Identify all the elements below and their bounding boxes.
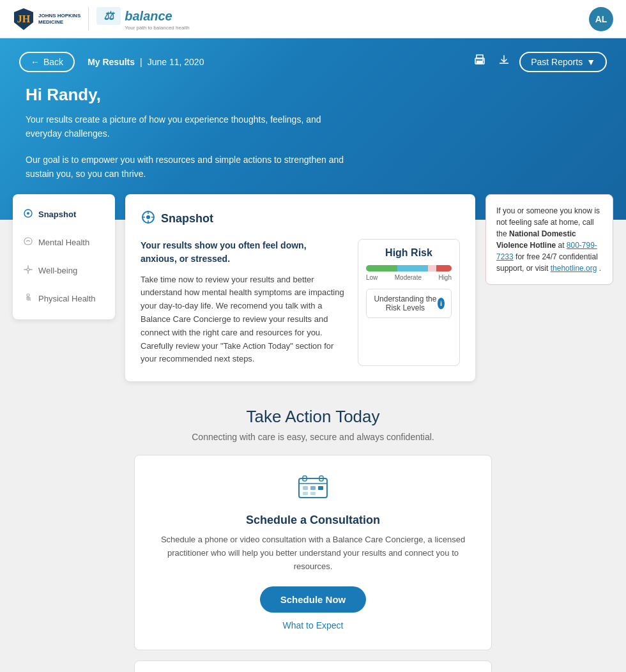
svg-point-9 xyxy=(27,212,29,215)
risk-bar-low xyxy=(366,265,397,271)
physical-health-icon xyxy=(23,293,33,305)
jh-shield-icon: JH xyxy=(13,7,34,31)
risk-label-low: Low xyxy=(366,274,378,281)
sidebar-item-well-being[interactable]: Well-being xyxy=(13,257,115,285)
back-arrow-icon: ← xyxy=(31,57,40,67)
balance-text: balance xyxy=(125,9,172,24)
snapshot-card-title: Snapshot xyxy=(161,212,213,225)
sidebar-item-mental-health[interactable]: Mental Health xyxy=(13,229,115,257)
alert-period: . xyxy=(599,264,601,273)
sidebar-physical-health-label: Physical Health xyxy=(38,294,96,303)
alert-box: If you or someone you know is not feelin… xyxy=(485,194,613,285)
sidebar-snapshot-label: Snapshot xyxy=(38,210,76,219)
mental-health-icon xyxy=(23,236,33,249)
greeting: Hi Randy, xyxy=(26,85,607,105)
svg-rect-21 xyxy=(310,492,316,495)
balance-icon: ⚖ xyxy=(96,7,121,25)
snapshot-card-icon xyxy=(141,210,156,229)
hero-desc2: Our goal is to empower you with resource… xyxy=(26,153,358,181)
hero-section: ← Back My Results | June 11, 2020 xyxy=(0,38,626,220)
svg-rect-19 xyxy=(318,486,323,490)
svg-rect-17 xyxy=(303,486,308,490)
alert-website-link[interactable]: thehotline.org xyxy=(551,264,597,273)
risk-label: High Risk xyxy=(366,247,452,259)
past-reports-label: Past Reports xyxy=(531,57,583,67)
svg-rect-6 xyxy=(477,61,483,64)
schedule-consultation-card: Schedule a Consultation Schedule a phone… xyxy=(134,455,492,650)
chevron-down-icon: ▼ xyxy=(586,57,595,67)
print-button[interactable] xyxy=(471,51,489,72)
info-icon: i xyxy=(438,298,445,309)
breadcrumb-separator: | xyxy=(140,57,142,67)
risk-bar-high xyxy=(436,265,452,271)
snapshot-card-svg xyxy=(141,210,156,225)
take-action-subtitle: Connecting with care is easy, secure and… xyxy=(13,432,613,442)
snapshot-icon xyxy=(23,208,33,221)
breadcrumb-date: June 11, 2020 xyxy=(148,57,204,67)
logos: JH JOHNS HOPKINS MEDICINE ⚖ balance Your… xyxy=(13,7,190,31)
snapshot-card: Snapshot Your results show you often fee… xyxy=(125,194,475,382)
past-reports-button[interactable]: Past Reports ▼ xyxy=(519,52,607,72)
understanding-risk-button[interactable]: Understanding the Risk Levels i xyxy=(366,289,452,318)
snapshot-text: Your results show you often feel down, a… xyxy=(141,239,345,367)
hero-text: Hi Randy, Your results create a picture … xyxy=(19,85,607,181)
hero-nav: ← Back My Results | June 11, 2020 xyxy=(19,51,607,72)
consultation-desc: Schedule a phone or video consultation w… xyxy=(150,533,476,573)
download-icon xyxy=(498,54,510,66)
my-results-link[interactable]: My Results xyxy=(88,57,135,67)
hero-desc1: Your results create a picture of how you… xyxy=(26,112,358,141)
print-icon xyxy=(473,54,486,66)
balance-tagline: Your path to balanced health xyxy=(125,25,190,31)
risk-label-high: High xyxy=(438,274,452,281)
risk-bar-labels: Low Moderate High xyxy=(366,274,452,281)
sidebar: Snapshot Mental Health Well-being xyxy=(13,194,115,319)
contact-card: Would you Like a Balance Care Concierge … xyxy=(134,661,492,672)
back-button[interactable]: ← Back xyxy=(19,52,75,72)
well-being-svg-icon xyxy=(23,264,33,275)
risk-bar-moderate xyxy=(397,265,429,271)
header: JH JOHNS HOPKINS MEDICINE ⚖ balance Your… xyxy=(0,0,626,38)
snapshot-card-header: Snapshot xyxy=(141,210,460,229)
snapshot-body: Your results show you often feel down, a… xyxy=(141,239,460,367)
breadcrumb: My Results | June 11, 2020 xyxy=(88,57,204,67)
well-being-icon xyxy=(23,264,33,277)
svg-rect-18 xyxy=(310,486,316,490)
take-action-title: Take Action Today xyxy=(13,407,613,427)
main-content: Snapshot Mental Health Well-being xyxy=(0,194,626,382)
jh-logo: JH JOHNS HOPKINS MEDICINE xyxy=(13,7,80,31)
consultation-title: Schedule a Consultation xyxy=(150,514,476,527)
balance-logo: ⚖ balance Your path to balanced health xyxy=(88,7,190,31)
mental-health-svg-icon xyxy=(23,236,33,247)
svg-point-7 xyxy=(482,59,484,61)
sidebar-mental-health-label: Mental Health xyxy=(38,238,89,247)
physical-health-svg-icon xyxy=(23,293,33,303)
download-button[interactable] xyxy=(495,51,513,72)
snapshot-desc: Take time now to review your results and… xyxy=(141,273,345,367)
sidebar-item-snapshot[interactable]: Snapshot xyxy=(13,201,115,229)
hero-actions: Past Reports ▼ xyxy=(471,51,607,72)
svg-point-11 xyxy=(27,294,29,296)
alert-text-mid: at xyxy=(558,241,566,250)
consultation-icon xyxy=(150,475,476,506)
svg-point-13 xyxy=(146,215,150,219)
schedule-svg-icon xyxy=(298,475,328,500)
sidebar-well-being-label: Well-being xyxy=(38,266,77,275)
risk-panel: High Risk Low Moderate High Understandin… xyxy=(358,239,460,367)
back-label: Back xyxy=(43,57,63,67)
understanding-risk-label: Understanding the Risk Levels xyxy=(373,294,438,312)
risk-bar xyxy=(366,265,452,271)
svg-rect-20 xyxy=(303,492,308,495)
avatar: AL xyxy=(589,7,613,31)
what-to-expect-link[interactable]: What to Expect xyxy=(150,620,476,630)
sidebar-item-physical-health[interactable]: Physical Health xyxy=(13,285,115,313)
risk-bar-high-inactive xyxy=(428,265,436,271)
schedule-now-button[interactable]: Schedule Now xyxy=(260,586,367,613)
take-action-section: Take Action Today Connecting with care i… xyxy=(0,381,626,672)
snapshot-svg-icon xyxy=(23,208,33,218)
risk-label-moderate: Moderate xyxy=(395,274,422,281)
svg-text:JH: JH xyxy=(17,13,31,24)
snapshot-summary: Your results show you often feel down, a… xyxy=(141,239,345,266)
